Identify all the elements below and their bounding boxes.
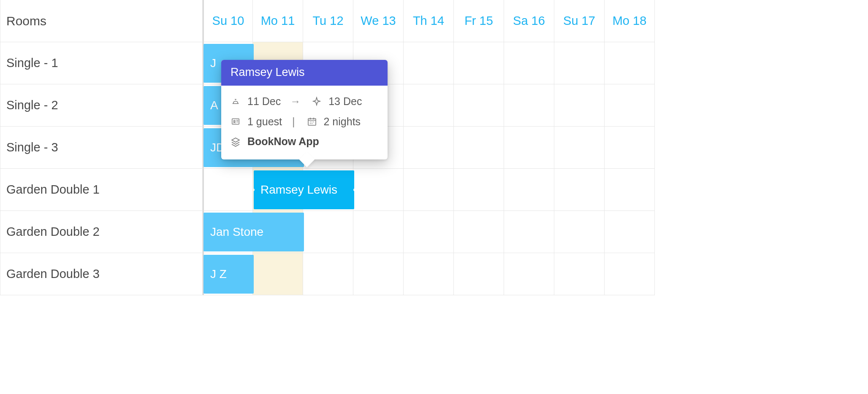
booking-bar[interactable]: J Z <box>203 255 254 294</box>
guest-count: 1 guest <box>247 112 282 132</box>
checkin-date: 11 Dec <box>247 92 281 112</box>
popover-title: Ramsey Lewis <box>221 60 388 86</box>
resize-handle-left[interactable] <box>254 188 255 192</box>
grid-cell[interactable] <box>454 84 504 127</box>
grid-cell[interactable] <box>554 211 605 253</box>
svg-point-1 <box>233 121 235 122</box>
grid-cell[interactable] <box>554 169 605 211</box>
date-header[interactable]: Fr 15 <box>454 0 504 42</box>
grid-cell[interactable] <box>353 253 404 295</box>
room-label: Garden Double 3 <box>0 253 203 295</box>
rooms-header-label: Rooms <box>0 0 203 42</box>
booking-source: BookNow App <box>247 132 319 152</box>
grid-cell[interactable] <box>605 127 655 169</box>
grid-cell[interactable] <box>404 42 454 84</box>
date-header[interactable]: Sa 16 <box>504 0 554 42</box>
booking-label: J <box>210 57 216 70</box>
calendar-icon <box>305 116 319 127</box>
grid-cell[interactable] <box>554 127 605 169</box>
room-label: Garden Double 1 <box>0 169 203 211</box>
grid-cell[interactable] <box>454 42 504 84</box>
grid-cell[interactable] <box>303 211 353 253</box>
grid-cell[interactable] <box>404 211 454 253</box>
grid-cell[interactable] <box>253 253 303 295</box>
booking-label: Jan Stone <box>210 225 263 239</box>
date-header[interactable]: We 13 <box>353 0 404 42</box>
booking-calendar: Rooms Su 10 Mo 11 Tu 12 We 13 Th 14 Fr 1… <box>0 0 658 295</box>
grid-cell[interactable] <box>303 253 353 295</box>
grid-cell[interactable] <box>454 253 504 295</box>
grid-cell[interactable] <box>504 84 554 127</box>
checkout-date: 13 Dec <box>328 92 362 112</box>
date-header[interactable]: Su 10 <box>203 0 253 42</box>
grid-cell[interactable] <box>353 211 404 253</box>
popover-body: 11 Dec → 13 Dec 1 guest | <box>221 86 388 159</box>
grid-cell[interactable] <box>605 169 655 211</box>
grid-cell[interactable] <box>404 253 454 295</box>
plane-icon <box>310 96 323 108</box>
booking-label: A <box>210 99 218 112</box>
grid-cell[interactable] <box>454 211 504 253</box>
date-header[interactable]: Mo 11 <box>253 0 303 42</box>
grid-cell[interactable] <box>504 211 554 253</box>
room-label: Single - 2 <box>0 84 203 127</box>
grid-cell[interactable] <box>504 169 554 211</box>
grid-cell[interactable] <box>554 42 605 84</box>
grid-cell[interactable] <box>554 84 605 127</box>
grid-cell[interactable] <box>454 127 504 169</box>
date-header[interactable]: Th 14 <box>404 0 454 42</box>
grid-cell[interactable] <box>504 42 554 84</box>
grid-cell[interactable] <box>404 84 454 127</box>
arrow-right-icon: → <box>290 92 301 112</box>
id-card-icon <box>229 116 242 127</box>
grid-cell[interactable] <box>504 253 554 295</box>
grid-cell[interactable] <box>404 127 454 169</box>
date-header[interactable]: Tu 12 <box>303 0 353 42</box>
separator: | <box>292 112 295 132</box>
layers-icon <box>229 136 242 148</box>
svg-rect-0 <box>232 119 239 124</box>
grid-cell[interactable] <box>454 169 504 211</box>
grid-cell[interactable] <box>203 169 253 211</box>
date-header[interactable]: Mo 18 <box>605 0 655 42</box>
booking-popover[interactable]: Ramsey Lewis 11 Dec → 13 Dec <box>221 60 388 159</box>
grid-cell[interactable] <box>605 253 655 295</box>
grid-cell[interactable] <box>605 42 655 84</box>
grid-cell[interactable] <box>605 84 655 127</box>
room-label: Garden Double 2 <box>0 211 203 253</box>
grid-cell[interactable] <box>404 169 454 211</box>
booking-label: J Z <box>210 267 227 281</box>
booking-bar[interactable]: Jan Stone <box>203 213 304 251</box>
nights-count: 2 nights <box>324 112 361 132</box>
grid-cell[interactable] <box>353 169 404 211</box>
bell-icon <box>229 96 242 108</box>
room-label: Single - 1 <box>0 42 203 84</box>
grid-cell[interactable] <box>554 253 605 295</box>
booking-label: Ramsey Lewis <box>260 183 337 197</box>
resize-handle-right[interactable] <box>353 188 354 192</box>
grid-cell[interactable] <box>605 211 655 253</box>
booking-bar-selected[interactable]: Ramsey Lewis <box>254 170 354 209</box>
grid-cell[interactable] <box>504 127 554 169</box>
room-label: Single - 3 <box>0 127 203 169</box>
date-header[interactable]: Su 17 <box>554 0 605 42</box>
